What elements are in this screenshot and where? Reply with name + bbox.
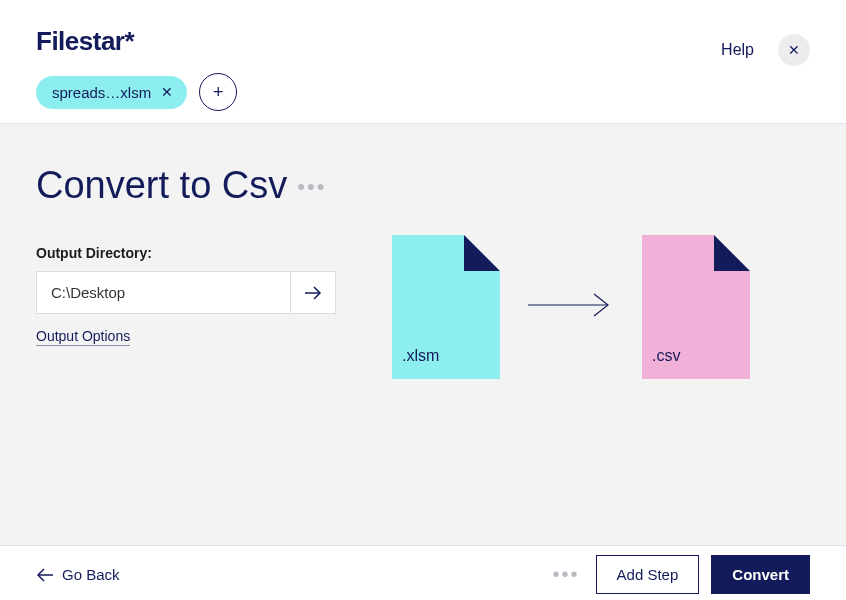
source-file-icon: .xlsm [392,235,500,379]
title-row: Convert to Csv ••• [36,164,810,207]
close-icon: ✕ [788,42,800,58]
add-step-button[interactable]: Add Step [596,555,700,594]
go-back-label: Go Back [62,566,120,583]
conversion-illustration: .xlsm .csv [392,235,810,379]
footer-right: ••• Add Step Convert [553,555,810,594]
output-directory-browse-button[interactable] [290,271,336,314]
arrow-left-icon [36,568,54,582]
arrow-right-icon [304,286,322,300]
app-logo: Filestar* [36,26,237,57]
arrow-right-icon [528,293,614,321]
header: Filestar* spreads…xlsm ✕ + Help ✕ [0,0,846,111]
go-back-button[interactable]: Go Back [36,566,120,583]
target-file-icon: .csv [642,235,750,379]
title-more-icon[interactable]: ••• [297,174,326,200]
help-link[interactable]: Help [721,41,754,59]
file-row: spreads…xlsm ✕ + [36,73,237,111]
file-chip-name: spreads…xlsm [52,84,151,101]
plus-icon: + [213,82,224,103]
file-chip[interactable]: spreads…xlsm ✕ [36,76,187,109]
output-directory-group [36,271,336,314]
convert-button[interactable]: Convert [711,555,810,594]
add-file-button[interactable]: + [199,73,237,111]
header-left: Filestar* spreads…xlsm ✕ + [36,26,237,111]
close-button[interactable]: ✕ [778,34,810,66]
output-directory-input[interactable] [36,271,290,314]
footer: Go Back ••• Add Step Convert [0,545,846,600]
target-file-ext: .csv [652,347,680,365]
main: Convert to Csv ••• Output Directory: Out… [0,123,846,545]
source-file-ext: .xlsm [402,347,439,365]
output-options-link[interactable]: Output Options [36,328,130,346]
file-chip-close-icon[interactable]: ✕ [161,85,173,99]
header-right: Help ✕ [721,26,810,66]
content-row: Output Directory: Output Options .xlsm [36,245,810,379]
footer-more-icon[interactable]: ••• [553,563,580,586]
page-title: Convert to Csv [36,164,287,207]
output-directory-label: Output Directory: [36,245,392,261]
output-section: Output Directory: Output Options [36,245,392,379]
